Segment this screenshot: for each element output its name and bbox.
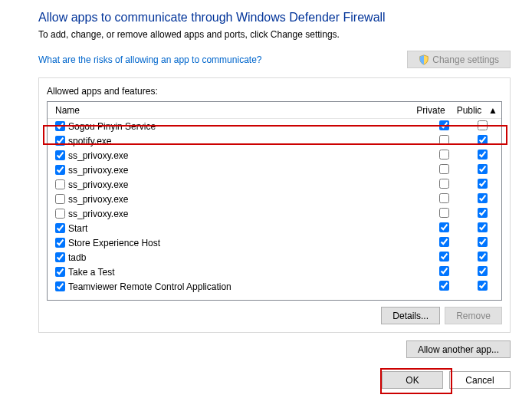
table-row[interactable]: spotify.exe (48, 133, 501, 148)
private-checkbox[interactable] (439, 193, 449, 203)
allow-another-app-button[interactable]: Allow another app... (406, 340, 511, 358)
app-enable-checkbox[interactable] (55, 223, 65, 233)
app-enable-checkbox[interactable] (55, 209, 65, 219)
page-title: Allow apps to communicate through Window… (38, 11, 511, 25)
public-checkbox[interactable] (478, 179, 488, 189)
col-header-name[interactable]: Name (48, 105, 412, 116)
panel-label: Allowed apps and features: (47, 86, 502, 97)
table-row[interactable]: Start (48, 221, 501, 235)
app-name-label: Start (68, 223, 87, 234)
list-body[interactable]: Sogou Pinyin Servicespotify.exess_privox… (48, 119, 501, 301)
public-checkbox[interactable] (478, 164, 488, 174)
public-checkbox[interactable] (478, 208, 488, 218)
col-header-public[interactable]: Public (450, 105, 488, 116)
table-row[interactable]: ss_privoxy.exe (48, 206, 501, 221)
details-button[interactable]: Details... (381, 307, 440, 324)
ok-button[interactable]: OK (382, 371, 443, 389)
private-checkbox[interactable] (439, 252, 449, 261)
list-header: Name Private Public ▲ (48, 102, 501, 119)
change-settings-label: Change settings (432, 54, 499, 65)
app-name-label: ss_privoxy.exe (68, 150, 128, 161)
private-checkbox[interactable] (439, 179, 449, 189)
app-name-label: Sogou Pinyin Service (68, 121, 156, 132)
private-checkbox[interactable] (439, 281, 449, 291)
remove-button[interactable]: Remove (445, 307, 502, 324)
app-enable-checkbox[interactable] (55, 252, 65, 262)
risks-link[interactable]: What are the risks of allowing an app to… (38, 54, 261, 65)
app-name-label: ss_privoxy.exe (68, 165, 128, 176)
table-row[interactable]: ss_privoxy.exe (48, 192, 501, 206)
table-row[interactable]: Take a Test (48, 265, 501, 279)
private-checkbox[interactable] (439, 164, 449, 174)
col-scroll-up[interactable]: ▲ (488, 105, 501, 116)
table-row[interactable]: Sogou Pinyin Service (48, 119, 501, 133)
private-checkbox[interactable] (439, 237, 449, 247)
app-enable-checkbox[interactable] (55, 194, 65, 204)
app-name-label: Take a Test (68, 267, 114, 278)
public-checkbox[interactable] (478, 222, 488, 232)
public-checkbox[interactable] (478, 266, 488, 276)
private-checkbox[interactable] (439, 135, 449, 145)
cancel-button[interactable]: Cancel (449, 371, 511, 389)
app-enable-checkbox[interactable] (55, 165, 65, 175)
app-enable-checkbox[interactable] (55, 150, 65, 160)
private-checkbox[interactable] (439, 208, 449, 218)
app-enable-checkbox[interactable] (55, 179, 65, 189)
app-enable-checkbox[interactable] (55, 136, 65, 146)
table-row[interactable]: Store Experience Host (48, 235, 501, 250)
change-settings-button[interactable]: Change settings (407, 51, 511, 68)
apps-listbox[interactable]: Name Private Public ▲ Sogou Pinyin Servi… (47, 101, 502, 301)
app-enable-checkbox[interactable] (55, 238, 65, 248)
app-enable-checkbox[interactable] (55, 267, 65, 277)
table-row[interactable]: Teamviewer Remote Control Application (48, 279, 501, 294)
col-header-private[interactable]: Private (412, 105, 450, 116)
public-checkbox[interactable] (478, 150, 488, 160)
private-checkbox[interactable] (439, 150, 449, 160)
app-name-label: ss_privoxy.exe (68, 179, 128, 190)
table-row[interactable]: ss_privoxy.exe (48, 148, 501, 163)
shield-icon (419, 54, 429, 65)
app-name-label: ss_privoxy.exe (68, 209, 128, 219)
app-name-label: tadb (68, 252, 86, 263)
public-checkbox[interactable] (478, 135, 488, 145)
allowed-apps-panel: Allowed apps and features: Name Private … (38, 77, 511, 333)
public-checkbox[interactable] (478, 252, 488, 261)
app-enable-checkbox[interactable] (55, 121, 65, 131)
app-name-label: Store Experience Host (68, 238, 160, 248)
app-enable-checkbox[interactable] (55, 281, 65, 291)
public-checkbox[interactable] (478, 193, 488, 203)
table-row[interactable]: ss_privoxy.exe (48, 177, 501, 192)
table-row[interactable]: tadb (48, 250, 501, 265)
table-row[interactable]: ss_privoxy.exe (48, 163, 501, 177)
public-checkbox[interactable] (478, 281, 488, 291)
private-checkbox[interactable] (439, 222, 449, 232)
public-checkbox[interactable] (478, 120, 488, 130)
app-name-label: spotify.exe (68, 136, 111, 146)
public-checkbox[interactable] (478, 237, 488, 247)
private-checkbox[interactable] (439, 266, 449, 276)
page-subtitle: To add, change, or remove allowed apps a… (38, 29, 511, 40)
app-name-label: ss_privoxy.exe (68, 194, 128, 205)
private-checkbox[interactable] (439, 120, 449, 130)
app-name-label: Teamviewer Remote Control Application (68, 281, 232, 292)
